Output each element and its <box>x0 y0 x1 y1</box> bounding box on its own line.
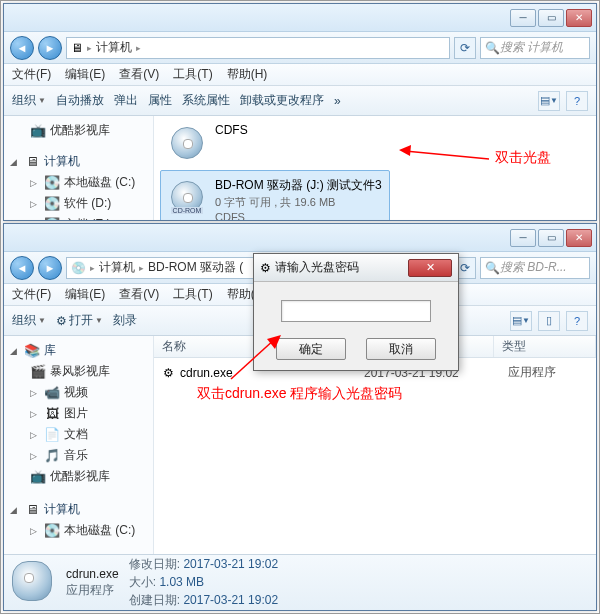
computer-icon: 🖥 <box>24 154 40 170</box>
help-button[interactable]: ? <box>566 311 588 331</box>
password-input[interactable] <box>281 300 431 322</box>
content-pane-1: CDFS CD-ROM BD-ROM 驱动器 (J:) 测试文件3 0 字节 可… <box>154 116 596 220</box>
disc-icon <box>171 127 203 159</box>
sidebar-item-pictures[interactable]: ▷🖼图片 <box>6 403 151 424</box>
drive-tile-bdrom[interactable]: CD-ROM BD-ROM 驱动器 (J:) 测试文件3 0 字节 可用 , 共… <box>160 170 390 220</box>
search-icon: 🔍 <box>485 41 500 55</box>
burn-button[interactable]: 刻录 <box>113 312 137 329</box>
breadcrumb-seg[interactable]: 计算机 <box>96 39 132 56</box>
search-input[interactable]: 🔍 搜索 BD-R... <box>480 257 590 279</box>
exe-icon: ⚙ <box>160 365 176 381</box>
sidebar-item-computer[interactable]: ◢🖥计算机 <box>6 499 151 520</box>
disc-icon: 💿 <box>71 261 86 275</box>
address-bar[interactable]: 🖥 ▸ 计算机 ▸ <box>66 37 450 59</box>
sidebar-item-videos[interactable]: ▷📹视频 <box>6 382 151 403</box>
computer-icon: 🖥 <box>71 41 83 55</box>
details-name: cdrun.exe <box>66 567 119 581</box>
titlebar-1: ─ ▭ ✕ <box>4 4 596 32</box>
column-type[interactable]: 类型 <box>494 336 596 357</box>
sidebar-item-local-c[interactable]: ▷💽本地磁盘 (C:) <box>6 520 151 541</box>
sidebar-item-local-c[interactable]: ▷💽本地磁盘 (C:) <box>6 172 151 193</box>
sidebar-item-documents[interactable]: ▷📄文档 <box>6 424 151 445</box>
help-button[interactable]: ? <box>566 91 588 111</box>
drive-tile-cdfs[interactable]: CDFS <box>160 116 390 170</box>
maximize-button[interactable]: ▭ <box>538 229 564 247</box>
uninstall-button[interactable]: 卸载或更改程序 <box>240 92 324 109</box>
picture-icon: 🖼 <box>44 406 60 422</box>
organize-button[interactable]: 组织▼ <box>12 312 46 329</box>
password-dialog: ⚙ 请输入光盘密码 ✕ 确定 取消 <box>253 253 459 371</box>
cdrom-label: CD-ROM <box>171 207 204 214</box>
menu-edit[interactable]: 编辑(E) <box>65 66 105 83</box>
disk-icon: 💽 <box>44 175 60 191</box>
sysproperties-button[interactable]: 系统属性 <box>182 92 230 109</box>
sidebar-item-libraries[interactable]: ◢📚库 <box>6 340 151 361</box>
dialog-titlebar: ⚙ 请输入光盘密码 ✕ <box>254 254 458 282</box>
maximize-button[interactable]: ▭ <box>538 9 564 27</box>
search-input[interactable]: 🔍 搜索 计算机 <box>480 37 590 59</box>
breadcrumb-seg[interactable]: 计算机 <box>99 259 135 276</box>
sidebar-item-software-d[interactable]: ▷💽软件 (D:) <box>6 193 151 214</box>
sidebar-2: ◢📚库 🎬暴风影视库 ▷📹视频 ▷🖼图片 ▷📄文档 ▷🎵音乐 📺优酷影视库 ◢🖥… <box>4 336 154 554</box>
sidebar-1: 📺优酷影视库 ◢🖥计算机 ▷💽本地磁盘 (C:) ▷💽软件 (D:) ▷💽文档 … <box>4 116 154 220</box>
details-type: 应用程序 <box>66 582 119 599</box>
back-button[interactable]: ◄ <box>10 36 34 60</box>
nav-bar-1: ◄ ► 🖥 ▸ 计算机 ▸ ⟳ 🔍 搜索 计算机 <box>4 32 596 64</box>
sidebar-item-youku[interactable]: 📺优酷影视库 <box>6 466 151 487</box>
preview-pane-button[interactable]: ▯ <box>538 311 560 331</box>
disk-icon: 💽 <box>44 196 60 212</box>
organize-button[interactable]: 组织▼ <box>12 92 46 109</box>
video-icon: 🎬 <box>30 364 46 380</box>
forward-button[interactable]: ► <box>38 256 62 280</box>
titlebar-2: ─ ▭ ✕ <box>4 224 596 252</box>
menu-tools[interactable]: 工具(T) <box>173 286 212 303</box>
view-options-button[interactable]: ▤ ▼ <box>510 311 532 331</box>
autoplay-button[interactable]: 自动播放 <box>56 92 104 109</box>
breadcrumb-seg[interactable]: BD-ROM 驱动器 ( <box>148 259 243 276</box>
sidebar-item-music[interactable]: ▷🎵音乐 <box>6 445 151 466</box>
disk-icon: 💽 <box>44 217 60 221</box>
refresh-button[interactable]: ⟳ <box>454 37 476 59</box>
minimize-button[interactable]: ─ <box>510 9 536 27</box>
menu-file[interactable]: 文件(F) <box>12 286 51 303</box>
minimize-button[interactable]: ─ <box>510 229 536 247</box>
sidebar-item-computer[interactable]: ◢🖥计算机 <box>6 151 151 172</box>
forward-button[interactable]: ► <box>38 36 62 60</box>
drive-filesystem: CDFS <box>215 211 382 220</box>
open-button[interactable]: ⚙ 打开 ▼ <box>56 312 103 329</box>
music-icon: 🎵 <box>44 448 60 464</box>
cancel-button[interactable]: 取消 <box>366 338 436 360</box>
sidebar-item-baofeng[interactable]: 🎬暴风影视库 <box>6 361 151 382</box>
details-pane: cdrun.exe 应用程序 修改日期: 2017-03-21 19:02 大小… <box>4 554 596 610</box>
gear-icon: ⚙ <box>56 314 67 328</box>
more-button[interactable]: » <box>334 94 341 108</box>
menu-bar-1: 文件(F) 编辑(E) 查看(V) 工具(T) 帮助(H) <box>4 64 596 86</box>
drive-name: BD-ROM 驱动器 (J:) 测试文件3 <box>215 177 382 194</box>
dialog-icon: ⚙ <box>260 261 271 275</box>
sidebar-item-youku[interactable]: 📺优酷影视库 <box>6 120 151 141</box>
folder-icon: 📺 <box>30 123 46 139</box>
computer-icon: 🖥 <box>24 502 40 518</box>
menu-view[interactable]: 查看(V) <box>119 66 159 83</box>
close-button[interactable]: ✕ <box>566 229 592 247</box>
disc-icon <box>12 561 52 601</box>
menu-file[interactable]: 文件(F) <box>12 66 51 83</box>
drive-subtitle: 0 字节 可用 , 共 19.6 MB <box>215 195 382 210</box>
sidebar-item-docs-e[interactable]: ▷💽文档 (E:) <box>6 214 151 220</box>
document-icon: 📄 <box>44 427 60 443</box>
view-options-button[interactable]: ▤ ▼ <box>538 91 560 111</box>
back-button[interactable]: ◄ <box>10 256 34 280</box>
eject-button[interactable]: 弹出 <box>114 92 138 109</box>
ok-button[interactable]: 确定 <box>276 338 346 360</box>
search-icon: 🔍 <box>485 261 500 275</box>
folder-icon: 📺 <box>30 469 46 485</box>
video-icon: 📹 <box>44 385 60 401</box>
menu-tools[interactable]: 工具(T) <box>173 66 212 83</box>
menu-view[interactable]: 查看(V) <box>119 286 159 303</box>
properties-button[interactable]: 属性 <box>148 92 172 109</box>
dialog-close-button[interactable]: ✕ <box>408 259 452 277</box>
menu-help[interactable]: 帮助(H) <box>227 66 268 83</box>
close-button[interactable]: ✕ <box>566 9 592 27</box>
menu-edit[interactable]: 编辑(E) <box>65 286 105 303</box>
toolbar-1: 组织▼ 自动播放 弹出 属性 系统属性 卸载或更改程序 » ▤ ▼ ? <box>4 86 596 116</box>
